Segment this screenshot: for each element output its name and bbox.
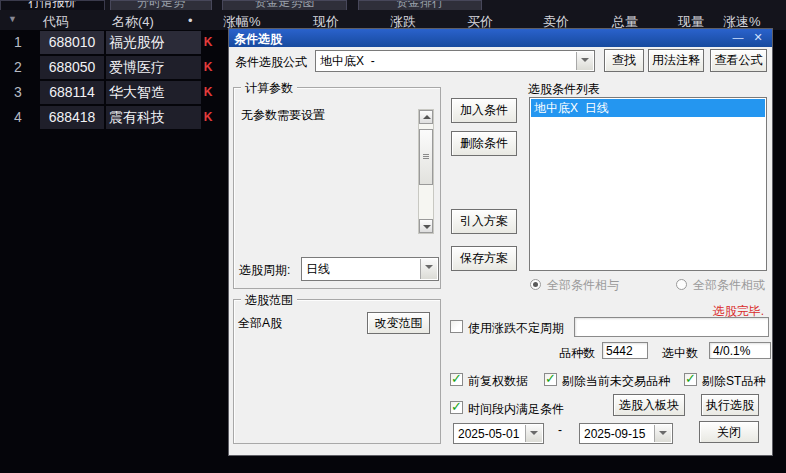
updown-period-checkbox[interactable] (450, 320, 463, 333)
tab-fund-trend[interactable]: 资金走势图 (222, 0, 347, 10)
app-window: 行情报价 分时走势 资金走势图 资金排行 ▼ 代码 名称(4) • 涨幅% 现价… (0, 0, 786, 473)
table-row[interactable]: 4 688418 震有科技 K (0, 106, 228, 129)
date-to-value: 2025-09-15 (584, 427, 645, 441)
table-row[interactable]: 2 688050 爱博医疗 K (0, 56, 228, 79)
forward-adjust-label: 前复权数据 (468, 373, 528, 390)
formula-value: 地中底X - (320, 53, 375, 70)
chevron-down-icon[interactable] (576, 52, 593, 70)
delete-condition-button[interactable]: 删除条件 (451, 131, 517, 156)
table-row[interactable]: 1 688010 福光股份 K (0, 31, 228, 54)
col-dot[interactable]: • (188, 13, 193, 28)
table-row[interactable]: 3 688114 华大智造 K (0, 81, 228, 104)
col-code[interactable]: 代码 (43, 13, 69, 31)
date-from-picker[interactable]: 2025-05-01 (453, 423, 544, 444)
exclude-st-label: 剔除ST品种 (702, 373, 765, 390)
save-scheme-button[interactable]: 保存方案 (451, 246, 517, 271)
scrollbar-thumb[interactable] (419, 129, 433, 185)
stock-name: 爱博医疗 (106, 56, 201, 79)
k-flag: K (199, 106, 217, 129)
radio-all-and-label: 全部条件相与 (547, 277, 619, 294)
calc-params-title: 计算参数 (241, 80, 297, 97)
chevron-down-icon[interactable] (420, 259, 437, 279)
radio-all-or-label: 全部条件相或 (693, 277, 765, 294)
close-icon[interactable]: ✕ (750, 30, 766, 45)
tab-quotes[interactable]: 行情报价 (0, 0, 105, 10)
row-index: 2 (0, 56, 36, 79)
updown-period-input[interactable] (574, 317, 769, 337)
find-button[interactable]: 查找 (604, 49, 644, 72)
exclude-untraded-label: 剔除当前未交易品种 (562, 373, 670, 390)
change-range-button[interactable]: 改变范围 (367, 312, 430, 334)
stock-code: 688010 (40, 31, 104, 54)
stock-range-title: 选股范围 (241, 292, 297, 309)
params-scrollbar[interactable] (418, 109, 434, 234)
formula-label: 条件选股公式 (235, 54, 307, 71)
exclude-st-checkbox[interactable] (684, 373, 697, 386)
row-index: 1 (0, 31, 36, 54)
execute-select-button[interactable]: 执行选股 (701, 394, 759, 416)
dialog-title: 条件选股 (234, 31, 282, 48)
view-formula-button[interactable]: 查看公式 (710, 49, 767, 72)
range-value: 全部A股 (238, 315, 282, 332)
dialog-titlebar[interactable]: 条件选股 — ✕ (229, 29, 772, 47)
chevron-down-icon[interactable] (525, 425, 542, 442)
tab-intraday[interactable]: 分时走势 (110, 0, 212, 10)
select-to-block-button[interactable]: 选股入板块 (613, 394, 685, 416)
time-range-checkbox[interactable] (450, 401, 463, 414)
formula-combobox[interactable]: 地中底X - (315, 50, 595, 72)
date-from-value: 2025-05-01 (458, 427, 519, 441)
period-label: 选股周期: (239, 262, 290, 279)
forward-adjust-checkbox[interactable] (450, 373, 463, 386)
stock-code: 688114 (40, 81, 104, 104)
chevron-down-icon[interactable] (654, 425, 671, 442)
k-flag: K (199, 31, 217, 54)
stock-code: 688418 (40, 106, 104, 129)
tab-fund-rank[interactable]: 资金排行 (358, 0, 482, 10)
exclude-untraded-checkbox[interactable] (544, 373, 557, 386)
row-index: 3 (0, 81, 36, 104)
time-range-label: 时间段内满足条件 (468, 401, 564, 418)
scroll-up-icon[interactable] (419, 110, 433, 124)
selected-count-label: 选中数 (662, 345, 698, 362)
condition-stock-picker-dialog: 条件选股 — ✕ 条件选股公式 地中底X - 查找 用法注释 查看公式 计算参数… (228, 28, 773, 456)
usage-note-button[interactable]: 用法注释 (648, 49, 704, 72)
k-flag: K (199, 81, 217, 104)
k-flag: K (199, 56, 217, 79)
radio-all-and[interactable] (530, 279, 541, 290)
col-name[interactable]: 名称(4) (112, 13, 154, 31)
date-to-picker[interactable]: 2025-09-15 (579, 423, 673, 444)
stock-name: 华大智造 (106, 81, 201, 104)
import-scheme-button[interactable]: 引入方案 (451, 209, 517, 234)
stock-name: 福光股份 (106, 31, 201, 54)
scroll-down-icon[interactable] (419, 219, 433, 233)
updown-period-label: 使用涨跌不定周期 (468, 320, 564, 337)
stock-name: 震有科技 (106, 106, 201, 129)
condition-list-label: 选股条件列表 (528, 81, 600, 98)
table-header: ▼ 代码 名称(4) • 涨幅% 现价 涨跌 买价 卖价 总量 现量 涨速% (0, 10, 786, 30)
condition-list-item[interactable]: 地中底X 日线 (531, 99, 765, 117)
total-count-field: 5442 (602, 342, 648, 359)
condition-listbox[interactable]: 地中底X 日线 (529, 97, 767, 271)
top-tab-strip: 行情报价 分时走势 资金走势图 资金排行 (0, 0, 786, 10)
sort-icon[interactable]: ▼ (8, 14, 17, 24)
no-params-text: 无参数需要设置 (241, 107, 325, 124)
radio-all-or[interactable] (676, 279, 687, 290)
close-button[interactable]: 关闭 (699, 421, 759, 443)
total-count-label: 品种数 (559, 345, 595, 362)
period-value: 日线 (306, 261, 330, 278)
period-combobox[interactable]: 日线 (301, 257, 439, 281)
add-condition-button[interactable]: 加入条件 (451, 98, 517, 123)
row-index: 4 (0, 106, 36, 129)
selected-count-field: 4/0.1% (709, 342, 771, 359)
minimize-icon[interactable]: — (730, 30, 746, 45)
date-separator: - (558, 423, 562, 437)
stock-code: 688050 (40, 56, 104, 79)
